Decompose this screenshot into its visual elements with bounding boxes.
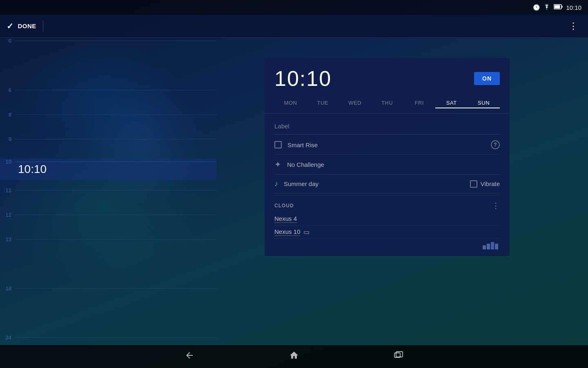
ruler-hour-8: 8 xyxy=(0,112,216,118)
done-button[interactable]: ✓ DONE xyxy=(7,21,36,31)
day-sat[interactable]: SAT xyxy=(435,97,468,108)
ruler-hour-6: 6 xyxy=(0,87,216,93)
alarm-time-row: 10:10 xyxy=(0,159,216,180)
alarm-toggle-button[interactable]: ON xyxy=(474,72,500,85)
battery-icon xyxy=(554,4,563,11)
day-tue[interactable]: TUE xyxy=(307,97,339,108)
ruler-hour-9: 9 xyxy=(0,136,216,142)
status-bar: 🕐 10:10 xyxy=(0,0,588,15)
day-mon[interactable]: MON xyxy=(274,97,307,108)
cloud-label: CLOUD xyxy=(274,203,492,209)
done-label: DONE xyxy=(18,22,36,29)
time-ruler: 0 6 8 9 10 11 12 13 18 24 10:10 xyxy=(0,38,216,345)
svg-rect-4 xyxy=(396,352,403,357)
cloud-section: CLOUD ⋮ Nexus 4 Nexus 10 ▭ xyxy=(274,195,500,251)
label-placeholder: Label xyxy=(274,123,290,130)
day-thu[interactable]: THU xyxy=(371,97,403,108)
ruler-hour-18: 18 xyxy=(0,285,216,292)
vibrate-label: Vibrate xyxy=(481,180,500,187)
device-nexus10-name: Nexus 10 xyxy=(274,228,300,236)
no-challenge-row[interactable]: ✦ No Challenge xyxy=(274,155,500,175)
day-wed[interactable]: WED xyxy=(339,97,371,108)
checkmark-icon: ✓ xyxy=(7,21,14,31)
action-bar-divider xyxy=(43,20,43,32)
day-fri[interactable]: FRI xyxy=(403,97,435,108)
action-bar: ✓ DONE ⋮ xyxy=(0,15,588,38)
nav-bar xyxy=(0,345,588,368)
alarm-label-field[interactable]: Label xyxy=(274,119,500,135)
svg-rect-1 xyxy=(562,6,563,8)
back-button[interactable] xyxy=(178,347,201,366)
alarm-time-ruler-display: 10:10 xyxy=(18,163,47,176)
device-nexus4-name: Nexus 4 xyxy=(274,215,297,223)
cloud-header: CLOUD ⋮ xyxy=(274,197,500,213)
puzzle-icon: ✦ xyxy=(274,159,281,169)
overflow-menu-button[interactable]: ⋮ xyxy=(566,19,581,33)
ringtone-label[interactable]: Summer day xyxy=(284,180,470,187)
vibrate-checkbox[interactable] xyxy=(470,180,477,188)
alarm-panel: 10:10 ON MON TUE WED THU FRI SAT SUN Lab… xyxy=(265,58,510,256)
no-challenge-label: No Challenge xyxy=(287,161,500,168)
smart-rise-row: Smart Rise ? xyxy=(274,135,500,155)
ruler-hour-11: 11 xyxy=(0,187,216,193)
svg-rect-2 xyxy=(555,5,560,9)
brand-bars-icon xyxy=(483,242,498,249)
device-nexus4[interactable]: Nexus 4 xyxy=(274,213,500,226)
device-nexus10-icon: ▭ xyxy=(303,228,310,236)
smart-rise-checkbox[interactable] xyxy=(274,141,282,148)
alarm-header: 10:10 ON xyxy=(265,58,510,97)
day-sun[interactable]: SUN xyxy=(468,97,500,108)
smart-rise-label: Smart Rise xyxy=(287,141,491,148)
brand-mark xyxy=(274,239,500,251)
music-icon: ♪ xyxy=(274,180,278,188)
cloud-overflow-button[interactable]: ⋮ xyxy=(492,201,500,210)
smart-rise-help-button[interactable]: ? xyxy=(491,140,500,149)
ruler-hour-24: 24 xyxy=(0,334,216,341)
device-nexus10[interactable]: Nexus 10 ▭ xyxy=(274,226,500,239)
wifi-icon xyxy=(543,4,550,11)
day-picker: MON TUE WED THU FRI SAT SUN xyxy=(265,97,510,114)
ruler-hour-13: 13 xyxy=(0,236,216,242)
ruler-hour-12: 12 xyxy=(0,212,216,218)
ringtone-row: ♪ Summer day Vibrate xyxy=(274,175,500,193)
ruler-hour-0: 0 xyxy=(0,38,216,44)
alarm-icon: 🕐 xyxy=(533,4,540,11)
alarm-settings: Label Smart Rise ? ✦ No Challenge ♪ Summ… xyxy=(265,114,510,256)
home-button[interactable] xyxy=(283,347,305,366)
recents-button[interactable] xyxy=(387,348,410,365)
status-time: 10:10 xyxy=(566,4,581,11)
alarm-time-display: 10:10 xyxy=(274,66,474,91)
vibrate-row: Vibrate xyxy=(470,180,500,188)
